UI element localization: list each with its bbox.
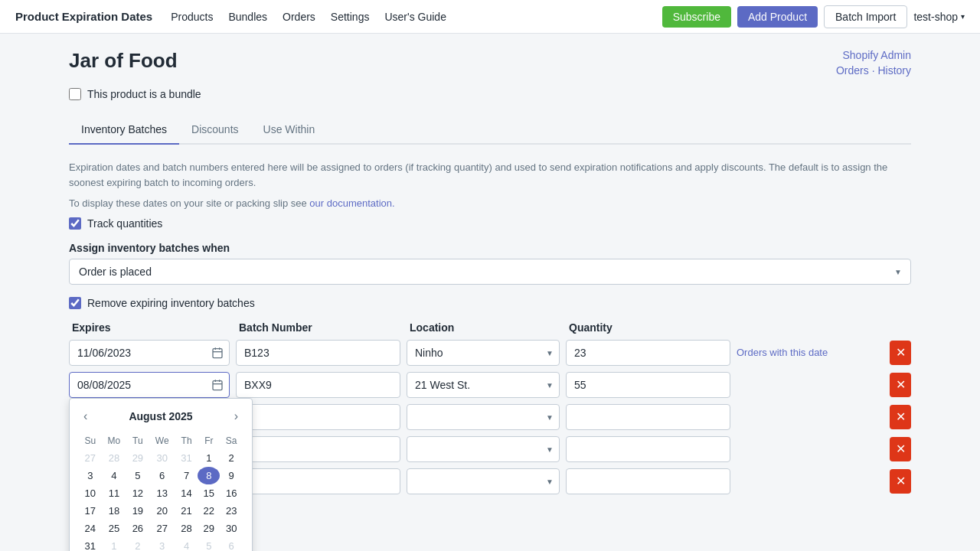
tab-use-within[interactable]: Use Within (251, 116, 328, 145)
calendar-day[interactable]: 2 (220, 449, 243, 467)
calendar-day[interactable]: 3 (79, 467, 102, 484)
calendar-day[interactable]: 10 (79, 484, 102, 502)
calendar-day[interactable]: 4 (175, 537, 198, 552)
calendar-icon-0[interactable] (211, 347, 224, 359)
subscribe-button[interactable]: Subscribe (662, 6, 731, 28)
calendar-day[interactable]: 18 (102, 502, 127, 520)
location-select-1[interactable]: Ninho 21 West St. (407, 372, 560, 398)
location-wrapper-3: Ninho 21 West St. (407, 436, 560, 462)
nav-products[interactable]: Products (171, 11, 213, 23)
remove-btn-0[interactable]: ✕ (890, 341, 911, 365)
calendar-day[interactable]: 20 (149, 502, 175, 520)
expires-input-0[interactable] (69, 340, 230, 366)
calendar-day[interactable]: 7 (175, 467, 198, 484)
navbar-brand: Product Expiration Dates (15, 10, 152, 23)
calendar-day[interactable]: 11 (102, 484, 127, 502)
calendar-day[interactable]: 17 (79, 502, 102, 520)
location-select-3[interactable]: Ninho 21 West St. (407, 436, 560, 462)
calendar-day[interactable]: 16 (220, 484, 243, 502)
calendar-day[interactable]: 6 (149, 467, 175, 484)
nav-settings[interactable]: Settings (331, 11, 370, 23)
calendar-day[interactable]: 15 (198, 484, 220, 502)
calendar-prev-btn[interactable]: ‹ (79, 408, 92, 425)
calendar-day[interactable]: 1 (198, 449, 220, 467)
calendar-day[interactable]: 1 (102, 537, 127, 552)
svg-rect-0 (213, 348, 222, 357)
calendar-day[interactable]: 21 (175, 502, 198, 520)
batch-number-input-0[interactable] (236, 340, 400, 366)
remove-btn-2[interactable]: ✕ (890, 405, 911, 429)
location-select-0[interactable]: Ninho 21 West St. (407, 340, 560, 366)
expires-input-1[interactable] (69, 372, 230, 398)
day-header-th: Th (175, 432, 198, 449)
calendar-day[interactable]: 4 (102, 467, 127, 484)
bundle-checkbox[interactable] (69, 88, 81, 100)
remove-expiring-checkbox[interactable] (69, 297, 81, 309)
calendar-day[interactable]: 29 (198, 520, 220, 537)
batch-number-input-3[interactable] (236, 436, 400, 462)
remove-btn-3[interactable]: ✕ (890, 437, 911, 461)
calendar-day[interactable]: 14 (175, 484, 198, 502)
calendar-day[interactable]: 5 (198, 537, 220, 552)
remove-btn-1[interactable]: ✕ (890, 373, 911, 397)
calendar-day[interactable]: 30 (149, 449, 175, 467)
orders-history-row: Orders · History (836, 64, 911, 77)
calendar-day[interactable]: 29 (126, 449, 149, 467)
calendar-day[interactable]: 30 (220, 520, 243, 537)
calendar-day[interactable]: 13 (149, 484, 175, 502)
qty-input-1[interactable] (566, 372, 730, 398)
batch-import-button[interactable]: Batch Import (824, 5, 907, 28)
calendar-day[interactable]: 23 (220, 502, 243, 520)
tab-discounts[interactable]: Discounts (179, 116, 250, 145)
calendar-day[interactable]: 6 (220, 537, 243, 552)
bundle-checkbox-label: This product is a bundle (87, 88, 201, 100)
qty-input-2[interactable] (566, 404, 730, 430)
calendar-day[interactable]: 3 (149, 537, 175, 552)
nav-bundles[interactable]: Bundles (228, 11, 267, 23)
calendar-day[interactable]: 24 (79, 520, 102, 537)
calendar-day[interactable]: 25 (102, 520, 127, 537)
location-wrapper-0: Ninho 21 West St. (407, 340, 560, 366)
calendar-day[interactable]: 5 (126, 467, 149, 484)
orders-link-0[interactable]: Orders with this date (737, 347, 884, 358)
location-select-2[interactable]: Ninho 21 West St. (407, 404, 560, 430)
qty-input-3[interactable] (566, 436, 730, 462)
day-header-we: We (149, 432, 175, 449)
track-qty-checkbox[interactable] (69, 217, 81, 230)
orders-link[interactable]: Orders (836, 64, 869, 77)
calendar-day[interactable]: 27 (79, 449, 102, 467)
table-row: ‹ August 2025 › Su Mo Tu We Th Fr Sa (69, 372, 911, 398)
calendar-day[interactable]: 28 (102, 449, 127, 467)
navbar-actions: Subscribe Add Product Batch Import test-… (662, 5, 965, 28)
calendar-day[interactable]: 22 (198, 502, 220, 520)
remove-btn-4[interactable]: ✕ (890, 469, 911, 494)
calendar-day[interactable]: 8 (198, 467, 220, 484)
add-product-button[interactable]: Add Product (737, 6, 818, 28)
calendar-day[interactable]: 31 (79, 537, 102, 552)
calendar-day[interactable]: 31 (175, 449, 198, 467)
history-link[interactable]: History (877, 64, 911, 77)
navbar: Product Expiration Dates Products Bundle… (0, 0, 980, 34)
batch-number-input-4[interactable] (236, 468, 400, 494)
calendar-day[interactable]: 26 (126, 520, 149, 537)
nav-users-guide[interactable]: User's Guide (384, 11, 446, 23)
batch-number-input-1[interactable] (236, 372, 400, 398)
shopify-admin-link[interactable]: Shopify Admin (843, 49, 912, 61)
calendar-day[interactable]: 12 (126, 484, 149, 502)
calendar-day[interactable]: 27 (149, 520, 175, 537)
doc-link[interactable]: our documentation. (309, 197, 394, 209)
shop-selector[interactable]: test-shop ▾ (913, 11, 965, 23)
location-select-4[interactable]: Ninho 21 West St. (407, 468, 560, 494)
calendar-icon-1[interactable] (211, 379, 224, 391)
qty-input-0[interactable] (566, 340, 730, 366)
qty-input-4[interactable] (566, 468, 730, 494)
calendar-day[interactable]: 2 (126, 537, 149, 552)
calendar-next-btn[interactable]: › (230, 408, 243, 425)
calendar-day[interactable]: 19 (126, 502, 149, 520)
tab-inventory-batches[interactable]: Inventory Batches (69, 116, 179, 145)
nav-orders[interactable]: Orders (283, 11, 315, 23)
assign-select[interactable]: Order is placed Order is fulfilled (69, 259, 911, 285)
batch-number-input-2[interactable] (236, 404, 400, 430)
calendar-day[interactable]: 28 (175, 520, 198, 537)
calendar-day[interactable]: 9 (220, 467, 243, 484)
